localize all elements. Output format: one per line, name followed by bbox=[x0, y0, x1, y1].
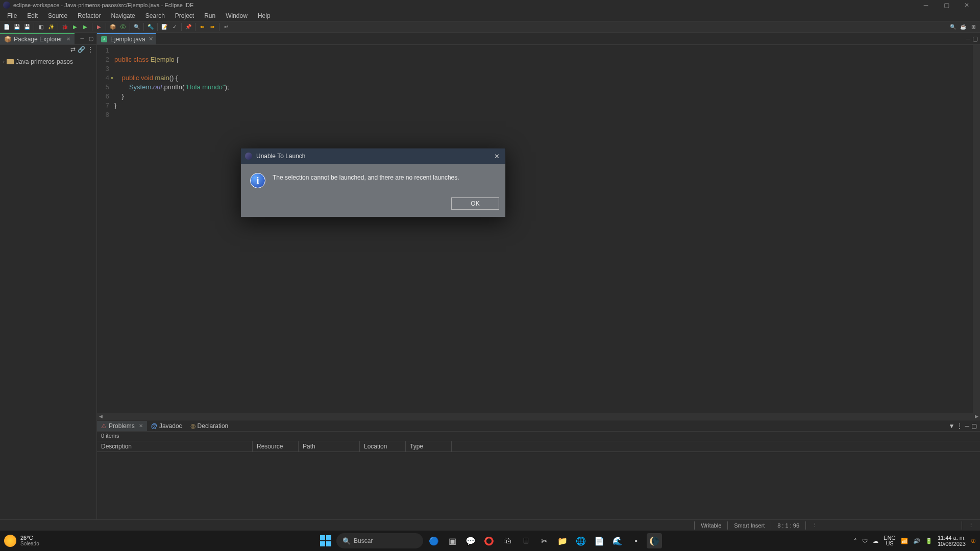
search-icon[interactable]: 🔦 bbox=[146, 22, 155, 32]
tray-language[interactable]: ENGUS bbox=[884, 535, 896, 546]
package-explorer-tab[interactable]: 📦 Package Explorer ✕ bbox=[0, 33, 75, 44]
save-icon[interactable]: 💾 bbox=[12, 22, 21, 32]
line-gutter[interactable]: 1 2 3 4 5 6 7 8 bbox=[97, 45, 112, 413]
taskbar-app-eclipse[interactable]: 🌘 bbox=[647, 533, 662, 548]
tray-battery-icon[interactable]: 🔋 bbox=[925, 538, 933, 544]
maximize-button[interactable]: ▢ bbox=[936, 0, 957, 10]
dialog-ok-button[interactable]: OK bbox=[451, 197, 499, 210]
menu-project[interactable]: Project bbox=[170, 11, 199, 20]
minimize-editor-icon[interactable]: ─ bbox=[966, 35, 970, 42]
new-class-icon[interactable]: Ⓒ bbox=[118, 22, 128, 32]
run-icon[interactable]: ▶ bbox=[70, 22, 80, 32]
menu-run[interactable]: Run bbox=[199, 11, 220, 20]
window-titlebar: eclipse-workspace - Java-primeros-pasos/… bbox=[0, 0, 980, 10]
minimize-view-icon[interactable]: ─ bbox=[79, 35, 86, 42]
annotation-icon[interactable]: 📝 bbox=[160, 22, 169, 32]
dialog-titlebar[interactable]: Unable To Launch ✕ bbox=[241, 148, 505, 164]
taskbar-app-chrome[interactable]: 🌐 bbox=[573, 533, 589, 548]
minimize-view-icon[interactable]: ─ bbox=[965, 422, 969, 430]
quick-access-icon[interactable]: 🔍 bbox=[948, 22, 958, 32]
menu-navigate[interactable]: Navigate bbox=[106, 11, 140, 20]
code-editor[interactable]: public class Ejemplo { public void main(… bbox=[112, 45, 973, 413]
forward-icon[interactable]: ➡ bbox=[208, 22, 217, 32]
coverage-icon[interactable]: ▶ bbox=[81, 22, 90, 32]
tray-clock[interactable]: 11:44 a. m.10/06/2023 bbox=[938, 535, 966, 547]
taskbar-app-notepad[interactable]: 📄 bbox=[592, 533, 607, 548]
status-menu-icon[interactable]: ⋮ bbox=[805, 521, 824, 530]
save-all-icon[interactable]: 💾 bbox=[22, 22, 32, 32]
maximize-editor-icon[interactable]: ▢ bbox=[972, 35, 978, 42]
vertical-scrollbar[interactable] bbox=[973, 45, 980, 413]
external-tools-icon[interactable]: ▶ bbox=[94, 22, 104, 32]
col-resource[interactable]: Resource bbox=[253, 441, 299, 452]
wand-icon[interactable]: ✨ bbox=[46, 22, 56, 32]
info-icon: i bbox=[250, 173, 265, 188]
tray-wifi-icon[interactable]: 📶 bbox=[901, 538, 908, 544]
menu-file[interactable]: File bbox=[2, 11, 22, 20]
close-tab-icon[interactable]: ✕ bbox=[66, 36, 70, 42]
new-package-icon[interactable]: 📦 bbox=[108, 22, 117, 32]
tray-volume-icon[interactable]: 🔊 bbox=[913, 538, 920, 544]
status-menu-icon-2[interactable]: ⋮ bbox=[962, 521, 980, 530]
menu-search[interactable]: Search bbox=[140, 11, 170, 20]
view-menu-icon[interactable]: ⋮ bbox=[957, 422, 963, 430]
pin-icon[interactable]: 📌 bbox=[184, 22, 193, 32]
menu-refactor[interactable]: Refactor bbox=[72, 11, 106, 20]
taskbar-search[interactable]: 🔍 Buscar bbox=[336, 533, 423, 548]
dialog-message: The selection cannot be launched, and th… bbox=[273, 173, 459, 188]
maximize-view-icon[interactable]: ▢ bbox=[971, 422, 977, 430]
problems-table[interactable]: Description Resource Path Location Type bbox=[97, 441, 980, 519]
back-icon[interactable]: ⬅ bbox=[198, 22, 207, 32]
filter-icon[interactable]: ▼ bbox=[949, 422, 955, 430]
col-path[interactable]: Path bbox=[299, 441, 360, 452]
close-tab-icon[interactable]: ✕ bbox=[149, 36, 153, 42]
start-button[interactable] bbox=[318, 533, 333, 548]
collapse-all-icon[interactable]: ⇄ bbox=[70, 46, 76, 54]
taskbar-app-snip[interactable]: ✂ bbox=[536, 533, 552, 548]
tray-notifications-icon[interactable]: ① bbox=[971, 538, 976, 544]
new-icon[interactable]: 📄 bbox=[2, 22, 11, 32]
toggle-icon[interactable]: ◧ bbox=[36, 22, 45, 32]
taskbar-app-calculator[interactable]: 🖥 bbox=[518, 533, 533, 548]
menu-edit[interactable]: Edit bbox=[22, 11, 43, 20]
tray-security-icon[interactable]: 🛡 bbox=[862, 538, 868, 544]
maximize-view-icon[interactable]: ▢ bbox=[87, 35, 94, 42]
task-icon[interactable]: ✓ bbox=[170, 22, 179, 32]
close-tab-icon[interactable]: ✕ bbox=[139, 423, 143, 429]
taskbar-app-files[interactable]: 📁 bbox=[555, 533, 570, 548]
menu-window[interactable]: Window bbox=[220, 11, 253, 20]
tab-javadoc[interactable]: @ Javadoc bbox=[147, 421, 186, 431]
col-location[interactable]: Location bbox=[360, 441, 406, 452]
eclipse-logo-icon bbox=[3, 2, 10, 9]
col-type[interactable]: Type bbox=[406, 441, 452, 452]
col-description[interactable]: Description bbox=[97, 441, 253, 452]
last-edit-icon[interactable]: ↩ bbox=[222, 22, 231, 32]
package-explorer-label: Package Explorer bbox=[14, 36, 62, 43]
editor-tab[interactable]: J Ejemplo.java ✕ bbox=[97, 33, 156, 44]
taskbar-app-terminal[interactable]: ▪ bbox=[628, 533, 644, 548]
horizontal-scrollbar[interactable]: ◀▶ bbox=[97, 413, 980, 420]
taskbar-app-copilot[interactable]: 🔵 bbox=[426, 533, 442, 548]
dialog-close-button[interactable]: ✕ bbox=[492, 152, 501, 161]
open-type-icon[interactable]: 🔍 bbox=[132, 22, 141, 32]
taskbar-app-chat[interactable]: 💬 bbox=[463, 533, 478, 548]
close-window-button[interactable]: ✕ bbox=[957, 0, 977, 10]
taskbar-app-store[interactable]: 🛍 bbox=[500, 533, 515, 548]
taskbar-app-opera[interactable]: ⭕ bbox=[481, 533, 497, 548]
tray-overflow-icon[interactable]: ˄ bbox=[854, 538, 857, 544]
tray-onedrive-icon[interactable]: ☁ bbox=[873, 538, 878, 544]
debug-icon[interactable]: 🐞 bbox=[60, 22, 69, 32]
perspective-open-icon[interactable]: ⊞ bbox=[969, 22, 978, 32]
minimize-button[interactable]: ─ bbox=[916, 0, 936, 10]
tab-problems[interactable]: ⚠ Problems ✕ bbox=[97, 421, 147, 431]
tab-declaration[interactable]: ◎ Declaration bbox=[186, 421, 233, 431]
perspective-java-icon[interactable]: ☕ bbox=[959, 22, 968, 32]
taskbar-weather[interactable]: 26°C Soleado bbox=[4, 535, 39, 547]
project-tree-item[interactable]: › Java-primeros-pasos bbox=[3, 57, 93, 66]
view-menu-icon[interactable]: ⋮ bbox=[87, 46, 93, 54]
menu-source[interactable]: Source bbox=[43, 11, 72, 20]
link-editor-icon[interactable]: 🔗 bbox=[78, 46, 85, 54]
taskbar-app-taskview[interactable]: ▣ bbox=[445, 533, 460, 548]
menu-help[interactable]: Help bbox=[253, 11, 276, 20]
taskbar-app-edge[interactable]: 🌊 bbox=[610, 533, 625, 548]
